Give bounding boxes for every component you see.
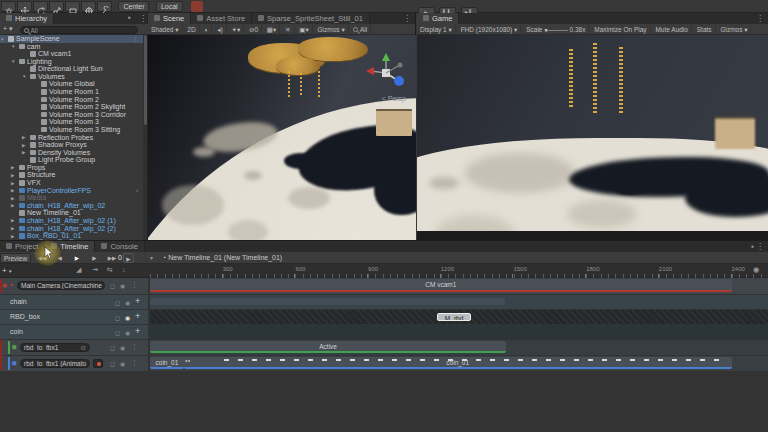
- track-lock-icon[interactable]: ◻: [110, 360, 115, 367]
- scene-orientation-gizmo[interactable]: [364, 47, 408, 99]
- track-lock-icon[interactable]: ◻: [115, 314, 120, 321]
- foldout-closed-icon[interactable]: ▶: [11, 233, 14, 240]
- hierarchy-item-shadow-proxys[interactable]: ▶Shadow Proxys: [0, 141, 144, 149]
- timeline-settings-gear-icon[interactable]: ✺: [753, 266, 760, 275]
- camera-dropdown-icon[interactable]: ▣▾: [296, 24, 312, 35]
- track-header-rbd-to-fbx1[interactable]: ◼rbd_to_fbx1 ⊙◻◉⋮: [0, 340, 148, 355]
- lock-icon[interactable]: ▪: [128, 13, 131, 22]
- hierarchy-item-volume-room-2[interactable]: Volume Room 2: [0, 96, 144, 104]
- track-mute-eye-icon[interactable]: ◉: [120, 344, 125, 351]
- curves-view-icon[interactable]: ◢: [76, 266, 81, 274]
- resolution-dropdown[interactable]: FHD (1920x1080) ▾: [458, 24, 522, 35]
- track-header-rbd-to-fbx1-animato[interactable]: ◼rbd_to_fbx1 (Animato ⊙◻◉⋮: [0, 356, 148, 371]
- clip-cm-vcam1[interactable]: CM vcam1: [150, 279, 732, 292]
- hierarchy-item-directional-light-sun[interactable]: Directional Light Sun: [0, 65, 144, 73]
- track-lane-rbd-to-fbx1-animato[interactable]: coin_01coin_01‣‣: [150, 356, 768, 371]
- pan-tool-button[interactable]: [1, 1, 16, 12]
- track-mute-eye-icon[interactable]: ◉: [125, 314, 130, 321]
- track-lane-chain[interactable]: [150, 295, 768, 309]
- mute-audio-toggle[interactable]: Mute Audio: [652, 24, 692, 35]
- goto-end-button[interactable]: ▶▶: [105, 253, 118, 263]
- hierarchy-item-volume-room-1[interactable]: Volume Room 1: [0, 88, 144, 96]
- game-gizmos-dropdown[interactable]: Gizmos ▾: [717, 24, 751, 35]
- kebab-menu-icon[interactable]: ⋮: [756, 242, 764, 251]
- track-lock-icon[interactable]: ◻: [115, 329, 120, 336]
- hierarchy-item-structure[interactable]: ▶Structure: [0, 171, 144, 179]
- timeline-play-button[interactable]: ▶: [70, 253, 83, 263]
- clip-active[interactable]: Active: [150, 341, 506, 353]
- hierarchy-item-density-volumes[interactable]: ▶Density Volumes: [0, 149, 144, 157]
- display-dropdown[interactable]: Display 1 ▾: [417, 24, 456, 35]
- maximize-on-play-toggle[interactable]: Maximize On Play: [591, 24, 650, 35]
- hierarchy-item-samplescene[interactable]: ▼SampleScene⋮: [0, 35, 144, 43]
- hierarchy-item-cm-vcam1[interactable]: CM vcam1: [0, 50, 144, 58]
- next-frame-button[interactable]: ▶: [88, 253, 101, 263]
- track-header-rbd-box[interactable]: RBD_box◻◉+: [0, 310, 148, 324]
- hierarchy-item-chain-h18-after-wip-02-1-[interactable]: ▶chain_H18_After_wip_02 (1): [0, 217, 144, 225]
- hierarchy-item-lighting[interactable]: ▼Lighting: [0, 58, 144, 66]
- hierarchy-item-reflection-probes[interactable]: ▶Reflection Probes: [0, 134, 144, 142]
- add-gameobject-button[interactable]: + ▾: [3, 25, 13, 33]
- group-add-button[interactable]: +: [135, 326, 140, 336]
- track-kebab-icon[interactable]: ⋮: [131, 281, 138, 289]
- orientation-local-button[interactable]: Local: [156, 1, 183, 12]
- edit-mode-mix-icon[interactable]: ⇥: [92, 266, 98, 274]
- grid-dropdown-icon[interactable]: ▦▾: [264, 24, 280, 35]
- lock-icon[interactable]: ▪: [751, 242, 754, 251]
- rotate-tool-button[interactable]: [33, 1, 48, 12]
- hierarchy-item-playercontrollerfps[interactable]: ▶PlayerControllerFPS›: [0, 187, 144, 195]
- tab-console[interactable]: Console: [95, 241, 145, 252]
- move-tool-button[interactable]: [17, 1, 32, 12]
- gizmos-dropdown[interactable]: Gizmos ▾: [315, 24, 349, 35]
- scene-search-input[interactable]: All: [350, 24, 371, 35]
- frame-dropdown-icon[interactable]: ▾: [150, 254, 153, 261]
- record-button[interactable]: [93, 359, 103, 368]
- scale-slider[interactable]: Scale ●——— 0.38x: [523, 24, 589, 35]
- kebab-menu-icon[interactable]: ⋮: [756, 14, 764, 23]
- custom-tool-button[interactable]: [97, 1, 112, 12]
- track-mute-eye-icon[interactable]: ◉: [120, 360, 125, 367]
- hierarchy-scrollbar-thumb[interactable]: [144, 35, 147, 125]
- timeline-asset-breadcrumb[interactable]: ◔ New Timeline_01 (New Timeline_01): [162, 254, 282, 261]
- stats-toggle[interactable]: Stats: [694, 24, 716, 35]
- hierarchy-item-volumes[interactable]: ▼Volumes: [0, 73, 144, 81]
- current-frame-field[interactable]: 0: [118, 254, 122, 261]
- track-binding-field[interactable]: Main Camera (Cinemachine ⊙: [17, 281, 105, 290]
- custom-red-tool-button[interactable]: [191, 1, 203, 12]
- hierarchy-item-new-timeline-01[interactable]: New Timeline_01: [0, 209, 144, 217]
- game-viewport[interactable]: [417, 35, 768, 231]
- group-add-button[interactable]: +: [135, 296, 140, 306]
- rect-tool-button[interactable]: [65, 1, 80, 12]
- persp-label[interactable]: < Persp: [382, 95, 406, 102]
- edit-mode-replace-icon[interactable]: ↓: [122, 266, 126, 273]
- hierarchy-item-volume-room-3[interactable]: Volume Room 3: [0, 118, 144, 126]
- track-header-coin[interactable]: coin◻◉+: [0, 325, 148, 339]
- track-lock-icon[interactable]: ◻: [110, 282, 115, 289]
- clip-coin-01[interactable]: coin_01‣‣: [184, 357, 732, 369]
- track-mute-eye-icon[interactable]: ◉: [125, 299, 130, 306]
- kebab-menu-icon[interactable]: ⋮: [403, 14, 411, 23]
- hierarchy-item-volume-room-3-sitting[interactable]: Volume Room 3 Sitting: [0, 126, 144, 134]
- scene-viewport[interactable]: < Persp: [148, 35, 416, 240]
- track-lock-icon[interactable]: ◻: [110, 344, 115, 351]
- track-binding-field[interactable]: rbd_to_fbx1 ⊙: [20, 343, 90, 352]
- visibility-toggle-icon[interactable]: ⊘0: [246, 24, 262, 35]
- hierarchy-item-chain-h18-after-wip-02-2-[interactable]: ▶chain_H18_After_wip_02 (2): [0, 225, 144, 233]
- hierarchy-item-volume-room-3-corridor[interactable]: Volume Room 3 Corridor: [0, 111, 144, 119]
- track-binding-field[interactable]: rbd_to_fbx1 (Animato ⊙: [20, 359, 90, 368]
- lighting-toggle-icon[interactable]: ◐: [201, 24, 212, 35]
- tab-sparse-spritesheet-still-01[interactable]: Sparse_SpriteSheet_Still_01: [252, 13, 370, 24]
- play-range-toggle[interactable]: ▶: [123, 253, 134, 263]
- tab-scene[interactable]: Scene: [148, 13, 191, 24]
- track-lane-rbd-box[interactable]: M_rbd: [150, 310, 768, 324]
- kebab-menu-icon[interactable]: ⋮: [139, 14, 147, 23]
- tab-asset-store[interactable]: Asset Store: [191, 13, 252, 24]
- clip-summary[interactable]: [150, 298, 505, 305]
- preview-toggle[interactable]: Preview: [0, 253, 31, 263]
- tab-hierarchy[interactable]: Hierarchy: [0, 13, 54, 24]
- shading-mode-dropdown[interactable]: Shaded ▾: [148, 24, 183, 35]
- tab-game[interactable]: Game: [417, 13, 459, 24]
- object-picker-icon[interactable]: ⊙: [81, 344, 86, 352]
- hierarchy-item-chain-h18-after-wip-02[interactable]: ▶chain_H18_After_wip_02: [0, 202, 144, 210]
- track-lane-rbd-to-fbx1[interactable]: Active: [150, 340, 768, 355]
